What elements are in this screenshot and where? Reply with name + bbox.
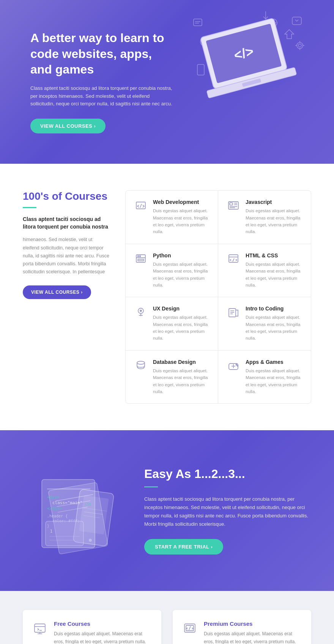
svg-rect-14 — [197, 64, 204, 75]
svg-rect-32 — [138, 259, 144, 261]
course-item-ux: UX Design Duis egestas aliquet aliquet. … — [126, 297, 218, 351]
games-icon — [227, 359, 240, 373]
course-title-games: Apps & Games — [246, 359, 302, 365]
easy-content: Easy As 1...2...3... Class aptent taciti… — [144, 467, 311, 555]
easy-heading: Easy As 1...2...3... — [144, 467, 311, 481]
free-courses-title: Free Courses — [54, 620, 152, 627]
cards-section: Free Courses Duis egestas aliquet alique… — [0, 591, 334, 644]
course-desc-db: Duis egestas aliquet aliquet. Maecenas e… — [153, 367, 210, 395]
course-item-intro: Intro to Coding Duis egestas aliquet ali… — [218, 297, 311, 351]
svg-point-8 — [297, 42, 303, 49]
easy-illustration: <div> class="main" </div> .header { colo… — [23, 457, 129, 564]
hero-section: A better way to learn to code websites, … — [0, 0, 334, 164]
course-title-html-css: HTML & CSS — [246, 252, 302, 259]
course-info-html-css: HTML & CSS Duis egestas aliquet aliquet.… — [246, 252, 302, 289]
course-info-web-dev: Web Development Duis egestas aliquet ali… — [153, 199, 210, 235]
course-title-js: Javascript — [246, 199, 302, 205]
accent-line — [23, 207, 36, 208]
course-item-games: Apps & Games Duis egestas aliquet alique… — [218, 351, 311, 404]
course-desc-intro: Duis egestas aliquet aliquet. Maecenas e… — [246, 314, 302, 342]
js-icon — [227, 199, 240, 213]
course-item-html-css: HTML & CSS Duis egestas aliquet aliquet.… — [218, 244, 311, 298]
hero-cta-button[interactable]: VIEW ALL COURSES › — [30, 119, 106, 133]
courses-grid: Web Development Duis egestas aliquet ali… — [125, 190, 311, 404]
course-title-python: Python — [153, 252, 210, 259]
hero-title: A better way to learn to code websites, … — [30, 30, 175, 78]
premium-courses-card: Premium Courses Duis egestas aliquet ali… — [173, 610, 311, 644]
course-title-web-dev: Web Development — [153, 199, 210, 205]
svg-text:1: 1 — [50, 529, 52, 533]
svg-rect-39 — [229, 309, 236, 317]
course-info-intro: Intro to Coding Duis egestas aliquet ali… — [246, 306, 302, 342]
svg-rect-72 — [35, 624, 45, 632]
courses-heading: 100's of Courses — [23, 190, 110, 202]
free-courses-icon — [32, 620, 48, 636]
courses-left-panel: 100's of Courses Class aptent taciti soc… — [23, 190, 110, 299]
ux-icon — [134, 306, 148, 319]
course-title-ux: UX Design — [153, 306, 210, 312]
hero-description: Class aptent taciti sociosqu ad litora t… — [30, 85, 175, 108]
course-info-ux: UX Design Duis egestas aliquet aliquet. … — [153, 306, 210, 342]
db-icon — [134, 359, 148, 373]
html-css-icon — [227, 252, 240, 266]
easy-section: <div> class="main" </div> .header { colo… — [0, 430, 334, 591]
svg-point-43 — [137, 361, 145, 364]
course-item-db: Database Design Duis egestas aliquet ali… — [126, 351, 218, 404]
free-courses-desc: Duis egestas aliquet aliquet. Maecenas e… — [54, 630, 152, 644]
premium-courses-info: Premium Courses Duis egestas aliquet ali… — [204, 620, 302, 644]
svg-rect-23 — [230, 203, 233, 205]
premium-courses-desc: Duis egestas aliquet aliquet. Maecenas e… — [204, 630, 302, 644]
svg-rect-0 — [194, 19, 202, 26]
course-info-db: Database Design Duis egestas aliquet ali… — [153, 359, 210, 395]
courses-section: 100's of Courses Class aptent taciti soc… — [0, 164, 334, 430]
course-title-db: Database Design — [153, 359, 210, 365]
intro-icon — [227, 306, 240, 319]
svg-text:.header {: .header { — [47, 514, 68, 518]
courses-cta-button[interactable]: VIEW ALL COURSES › — [23, 285, 91, 299]
svg-rect-68 — [46, 521, 84, 546]
course-desc-web-dev: Duis egestas aliquet aliquet. Maecenas e… — [153, 207, 210, 235]
python-icon — [134, 252, 148, 266]
courses-description: himenaeos. Sed molestie, velit ut eleife… — [23, 236, 110, 276]
svg-rect-33 — [229, 255, 238, 262]
start-trial-button[interactable]: START A FREE TRIAL › — [144, 539, 223, 555]
course-desc-ux: Duis egestas aliquet aliquet. Maecenas e… — [153, 314, 210, 342]
course-desc-games: Duis egestas aliquet aliquet. Maecenas e… — [246, 367, 302, 395]
course-item-web-dev: Web Development Duis egestas aliquet ali… — [126, 191, 218, 244]
easy-accent-line — [144, 486, 158, 487]
hero-illustration: </> — [182, 11, 311, 118]
course-item-python: Python Duis egestas aliquet aliquet. Mae… — [126, 244, 218, 298]
course-info-games: Apps & Games Duis egestas aliquet alique… — [246, 359, 302, 395]
svg-point-47 — [236, 364, 237, 365]
courses-bold-text: Class aptent taciti sociosqu ad litora t… — [23, 216, 110, 230]
easy-description: Class aptent taciti sociosqu ad litora t… — [144, 495, 311, 528]
course-title-intro: Intro to Coding — [246, 306, 302, 312]
course-info-python: Python Duis egestas aliquet aliquet. Mae… — [153, 252, 210, 289]
premium-courses-title: Premium Courses — [204, 620, 302, 627]
free-courses-info: Free Courses Duis egestas aliquet alique… — [54, 620, 152, 644]
course-desc-python: Duis egestas aliquet aliquet. Maecenas e… — [153, 261, 210, 289]
course-desc-html-css: Duis egestas aliquet aliquet. Maecenas e… — [246, 261, 302, 289]
web-dev-icon — [134, 199, 148, 213]
course-info-js: Javascript Duis egestas aliquet aliquet.… — [246, 199, 302, 235]
hero-content: A better way to learn to code websites, … — [30, 30, 175, 133]
svg-point-31 — [140, 255, 141, 257]
svg-text:</div>: </div> — [47, 506, 62, 511]
svg-point-30 — [138, 255, 139, 257]
svg-point-48 — [237, 365, 238, 366]
course-desc-js: Duis egestas aliquet aliquet. Maecenas e… — [246, 207, 302, 235]
course-item-js: Javascript Duis egestas aliquet aliquet.… — [218, 191, 311, 244]
svg-point-9 — [298, 44, 301, 47]
svg-text:<div>: <div> — [47, 495, 60, 500]
premium-courses-icon — [182, 620, 198, 636]
svg-point-38 — [140, 310, 142, 312]
free-courses-card: Free Courses Duis egestas aliquet alique… — [23, 610, 161, 644]
